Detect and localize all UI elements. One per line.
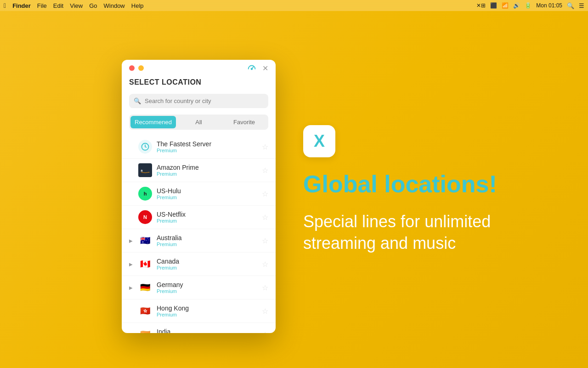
location-badge: Premium — [157, 218, 262, 224]
favorite-star[interactable]: ☆ — [262, 190, 268, 198]
menubar-left:  Finder File Edit View Go Window Help — [4, 2, 144, 9]
close-button[interactable] — [129, 65, 135, 71]
location-badge: Premium — [157, 195, 262, 200]
location-badge: Premium — [157, 312, 262, 317]
menu-finder[interactable]: Finder — [12, 2, 31, 9]
tab-favorite[interactable]: Favorite — [221, 116, 267, 128]
flag-australia: 🇦🇺 — [138, 234, 152, 247]
minimize-button[interactable] — [138, 65, 144, 71]
list-item[interactable]: h US-Hulu Premium ☆ — [122, 182, 276, 206]
location-name: Australia — [157, 234, 262, 242]
menu-edit[interactable]: Edit — [53, 2, 63, 9]
location-badge: Premium — [157, 288, 262, 294]
app-icon-x: X — [314, 132, 325, 151]
location-info: The Fastest Server Premium — [157, 140, 262, 153]
hulu-icon: h — [138, 187, 152, 201]
window-header-icons: ✕ — [247, 63, 268, 73]
location-info: Amazon Prime Premium — [157, 164, 262, 177]
subtitle: Special lines for unlimited streaming an… — [303, 211, 560, 254]
menubar-screen-icon: ⬛ — [490, 2, 497, 9]
location-info: Germany Premium — [157, 281, 262, 294]
right-panel: X Global locations! Special lines for un… — [276, 11, 588, 368]
list-item[interactable]: ▶ 🇩🇪 Germany Premium ☆ — [122, 276, 276, 299]
menu-view[interactable]: View — [70, 2, 83, 9]
location-badge: Premium — [157, 242, 262, 247]
menubar-search-icon[interactable]: 🔍 — [567, 2, 574, 9]
search-icon: 🔍 — [134, 98, 141, 104]
menubar-list-icon[interactable]: ☰ — [579, 2, 584, 9]
menubar:  Finder File Edit View Go Window Help ✕… — [0, 0, 588, 11]
menubar-volume-icon: 🔊 — [513, 2, 520, 9]
location-list: The Fastest Server Premium ☆ a Amazon Pr… — [122, 135, 276, 333]
amazon-icon: a — [138, 163, 152, 177]
menubar-time: Mon 01:05 — [536, 2, 562, 9]
location-info: Hong Kong Premium — [157, 305, 262, 317]
flag-hongkong: 🇭🇰 — [138, 304, 152, 318]
favorite-star[interactable]: ☆ — [262, 213, 268, 222]
expand-arrow: ▶ — [129, 238, 136, 243]
location-info: US-Hulu Premium — [157, 187, 262, 200]
vpn-app-icon: X — [303, 125, 335, 157]
favorite-star[interactable]: ☆ — [262, 307, 268, 316]
menubar-close-icon: ✕⊞ — [476, 2, 486, 9]
window-close-icon[interactable]: ✕ — [262, 64, 268, 73]
favorite-star[interactable]: ☆ — [262, 330, 268, 334]
speedtest-icon[interactable] — [247, 63, 257, 73]
search-input[interactable] — [129, 94, 268, 108]
tab-all[interactable]: All — [176, 116, 221, 128]
search-bar: 🔍 — [129, 94, 268, 108]
expand-arrow: ▶ — [129, 332, 136, 334]
list-item[interactable]: 🇭🇰 Hong Kong Premium ☆ — [122, 299, 276, 323]
location-name: Hong Kong — [157, 305, 262, 312]
location-name: Amazon Prime — [157, 164, 262, 171]
favorite-star[interactable]: ☆ — [262, 236, 268, 245]
tab-recommended[interactable]: Recommened — [130, 116, 176, 128]
apple-menu[interactable]:  — [4, 2, 6, 9]
favorite-star[interactable]: ☆ — [262, 143, 268, 151]
menu-go[interactable]: Go — [89, 2, 97, 9]
list-item[interactable]: ▶ 🇮🇳 India Premium ☆ — [122, 323, 276, 333]
location-badge: Premium — [157, 148, 262, 153]
location-name: India — [157, 328, 262, 333]
location-name: US-Hulu — [157, 187, 262, 195]
list-item[interactable]: ▶ 🇨🇦 Canada Premium ☆ — [122, 253, 276, 276]
location-badge: Premium — [157, 171, 262, 177]
window-header: SELECT LOCATION — [122, 75, 276, 94]
location-name: US-Netflix — [157, 211, 262, 218]
fastest-server-icon — [138, 140, 152, 154]
select-location-title: SELECT LOCATION — [129, 78, 268, 86]
vpn-window: ✕ SELECT LOCATION 🔍 Recommened All Favor… — [122, 60, 276, 333]
window-controls — [129, 65, 153, 71]
tabs: Recommened All Favorite — [129, 115, 268, 130]
location-name: Germany — [157, 281, 262, 288]
svg-text:a: a — [141, 169, 142, 172]
favorite-star[interactable]: ☆ — [262, 166, 268, 175]
location-info: US-Netflix Premium — [157, 211, 262, 224]
favorite-star[interactable]: ☆ — [262, 260, 268, 269]
list-item[interactable]: N US-Netflix Premium ☆ — [122, 206, 276, 229]
netflix-icon: N — [138, 210, 152, 224]
maximize-button[interactable] — [147, 65, 153, 71]
location-info: India Premium — [157, 328, 262, 333]
location-info: Australia Premium — [157, 234, 262, 247]
menubar-right: ✕⊞ ⬛ 📶 🔊 🔋 Mon 01:05 🔍 ☰ — [476, 2, 584, 9]
flag-india: 🇮🇳 — [138, 328, 152, 333]
favorite-star[interactable]: ☆ — [262, 283, 268, 292]
list-item[interactable]: The Fastest Server Premium ☆ — [122, 135, 276, 159]
menu-file[interactable]: File — [37, 2, 47, 9]
flag-germany: 🇩🇪 — [138, 281, 152, 294]
list-item[interactable]: a Amazon Prime Premium ☆ — [122, 159, 276, 182]
menu-window[interactable]: Window — [104, 2, 125, 9]
location-name: The Fastest Server — [157, 140, 262, 148]
menubar-wifi-icon: 📶 — [502, 2, 509, 9]
global-title: Global locations! — [303, 171, 497, 197]
menubar-battery-icon: 🔋 — [525, 2, 531, 9]
window-titlebar: ✕ — [122, 60, 276, 75]
flag-canada: 🇨🇦 — [138, 257, 152, 271]
location-badge: Premium — [157, 265, 262, 270]
list-item[interactable]: ▶ 🇦🇺 Australia Premium ☆ — [122, 229, 276, 253]
location-info: Canada Premium — [157, 258, 262, 270]
expand-arrow: ▶ — [129, 262, 136, 267]
menu-help[interactable]: Help — [131, 2, 144, 9]
expand-arrow: ▶ — [129, 285, 136, 290]
